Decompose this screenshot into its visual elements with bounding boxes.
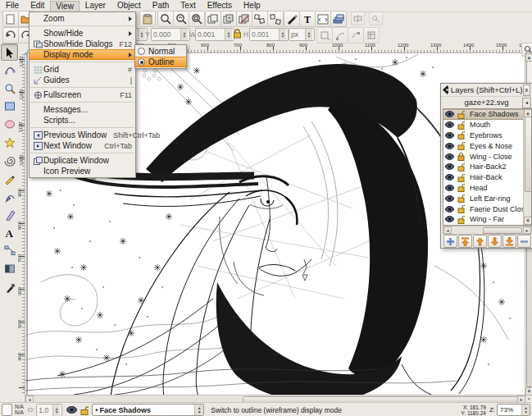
layers-horizontal-scrollbar[interactable]: ◂ ▸ (443, 226, 532, 235)
lock-open-icon[interactable] (457, 162, 465, 171)
menu-file[interactable]: File (0, 0, 25, 11)
tool-pencil[interactable] (1, 170, 18, 187)
visibility-eye-icon[interactable] (445, 163, 454, 170)
tool-connector[interactable] (1, 242, 18, 259)
delete-layer-button[interactable] (517, 235, 531, 248)
visibility-eye-icon[interactable] (445, 206, 454, 213)
unit-select[interactable]: px▲▼ (289, 28, 315, 41)
menu-item-next-window[interactable]: Next WindowCtrl+Tab (30, 140, 135, 151)
layer-row[interactable]: Eyebrows (443, 130, 531, 141)
paste-button[interactable] (139, 11, 156, 27)
tool-ellipse[interactable] (1, 116, 18, 133)
tool-node-editor[interactable] (1, 62, 18, 79)
menu-effects[interactable]: Effects (202, 0, 238, 11)
layer-row[interactable]: Hair-Back2 (443, 162, 531, 172)
layer-row[interactable]: Left Ear-ring (443, 193, 531, 203)
visibility-eye-icon[interactable] (445, 111, 454, 117)
raise-layer-button[interactable] (473, 235, 487, 248)
tool-dropper[interactable] (1, 278, 18, 295)
lock-open-icon[interactable] (457, 110, 465, 119)
ungroup-button[interactable] (267, 11, 284, 27)
menu-item-display-mode[interactable]: Display mode (30, 49, 135, 60)
lower-layer-button[interactable] (488, 235, 502, 248)
menu-item-previous-window[interactable]: Previous WindowShift+Ctrl+Tab (30, 130, 135, 140)
lock-closed-icon[interactable] (457, 152, 465, 161)
tool-star[interactable] (1, 134, 18, 151)
snap-toggle-a[interactable] (351, 11, 365, 25)
affect-rotate-toggle[interactable] (348, 27, 364, 43)
affect-move-toggle[interactable] (316, 27, 333, 43)
layers-vertical-scrollbar[interactable]: ▲ ▼ (523, 109, 531, 225)
menu-view[interactable]: View (50, 1, 80, 11)
menu-item-normal[interactable]: Normal (135, 46, 186, 57)
layers-panel-titlebar[interactable]: Layers (Shift+Ctrl+L) x (441, 84, 532, 97)
layer-row[interactable]: Mouth (443, 120, 531, 130)
vertical-ruler[interactable]: 1300 1200 1100 1000 900 800 700 600 500 … (18, 53, 25, 395)
height-field[interactable]: 0.001▲▼ (249, 28, 289, 41)
unlink-clone-button[interactable] (236, 11, 252, 27)
lock-open-icon[interactable] (457, 183, 465, 192)
menu-item-scripts[interactable]: Scripts... (30, 115, 135, 126)
duplicate-button[interactable] (205, 11, 221, 27)
current-layer-select[interactable]: • Face Shadows ▲▼ (92, 404, 204, 416)
layer-row[interactable]: Faerie Dust Close (443, 203, 531, 214)
menu-item-icon-preview[interactable]: Icon Preview (30, 166, 135, 176)
opacity-spinner[interactable]: 1.0▲▼ (36, 404, 62, 416)
tool-selector[interactable] (1, 43, 18, 61)
visibility-eye-icon[interactable] (445, 143, 454, 149)
new-layer-button[interactable] (443, 235, 457, 248)
tool-text[interactable]: A (1, 224, 18, 241)
menu-item-messages[interactable]: Messages... (30, 104, 135, 115)
lock-open-icon[interactable] (457, 121, 465, 130)
layers-dialog-button[interactable] (330, 11, 347, 27)
layer-lock-icon[interactable] (80, 405, 89, 415)
menu-help[interactable]: Help (238, 0, 266, 11)
menu-edit[interactable]: Edit (25, 0, 50, 11)
menu-item-outline[interactable]: Outline (135, 57, 186, 67)
menu-item-duplicate-window[interactable]: Duplicate Window (30, 155, 135, 166)
menu-item-guides[interactable]: Guides| (30, 75, 135, 85)
tool-spiral[interactable] (1, 152, 18, 169)
panel-collapse-button[interactable]: ◂ (522, 98, 531, 108)
menu-object[interactable]: Object (111, 0, 147, 11)
lock-ratio-icon[interactable] (233, 29, 242, 40)
group-button[interactable] (252, 11, 268, 27)
tool-gradient[interactable] (1, 260, 18, 277)
menu-path[interactable]: Path (147, 0, 175, 11)
affect-corners-toggle[interactable] (363, 27, 380, 43)
tool-pen[interactable] (1, 188, 18, 205)
close-icon[interactable]: x (523, 85, 530, 96)
visibility-eye-icon[interactable] (445, 216, 454, 222)
zoom-drawing-button[interactable] (173, 11, 189, 27)
fill-stroke-dialog-button[interactable] (284, 11, 300, 27)
menu-item-zoom[interactable]: Zoom (30, 13, 135, 24)
raise-layer-to-top-button[interactable] (458, 235, 472, 248)
snap-toggle-b[interactable] (369, 11, 383, 25)
fill-stroke-swatch[interactable] (2, 404, 12, 416)
y-field[interactable]: 0.000▲▼ (151, 28, 190, 41)
zoom-page-button[interactable] (189, 11, 205, 27)
menu-layer[interactable]: Layer (80, 0, 111, 11)
width-field[interactable]: 0.001▲▼ (195, 28, 234, 41)
visibility-eye-icon[interactable] (445, 174, 454, 181)
clone-button[interactable] (221, 11, 237, 27)
tool-calligraphy[interactable] (1, 206, 18, 223)
lock-open-icon[interactable] (457, 215, 465, 224)
lock-open-icon[interactable] (457, 130, 465, 139)
layer-row[interactable]: Wing - Close (443, 151, 531, 162)
rotate-ccw-button[interactable] (2, 27, 19, 43)
zoom-selection-button[interactable] (157, 11, 174, 27)
visibility-eye-icon[interactable] (445, 132, 454, 139)
layer-visibility-eye-icon[interactable] (66, 406, 77, 414)
layer-row[interactable]: Eyes & Nose (443, 140, 531, 151)
layer-row[interactable]: Face Shadows (443, 109, 531, 120)
new-document-button[interactable] (2, 11, 19, 27)
visibility-eye-icon[interactable] (445, 185, 454, 191)
visibility-eye-icon[interactable] (445, 153, 454, 160)
menu-item-show-hide-dialogs[interactable]: Show/Hide DialogsF12 (30, 39, 135, 49)
lock-open-icon[interactable] (457, 204, 465, 213)
affect-scale-toggle[interactable] (332, 27, 348, 43)
text-dialog-button[interactable]: T (299, 11, 316, 27)
menu-text[interactable]: Text (175, 0, 201, 11)
visibility-eye-icon[interactable] (445, 121, 454, 128)
